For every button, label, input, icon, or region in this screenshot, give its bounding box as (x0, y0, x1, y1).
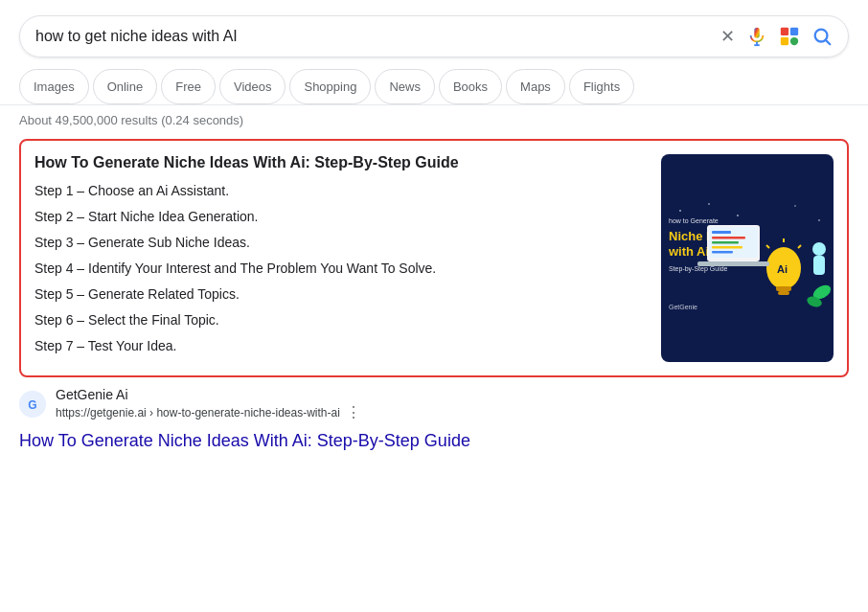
list-item: Step 4 – Identify Your Interest and The … (34, 259, 648, 279)
svg-rect-21 (778, 291, 789, 295)
snippet-steps-list: Step 1 – Choose an Ai Assistant. Step 2 … (34, 181, 648, 356)
svg-point-11 (708, 203, 710, 205)
featured-snippet: How To Generate Niche Ideas With Ai: Ste… (19, 139, 849, 377)
svg-rect-0 (754, 28, 760, 38)
search-bar-container: how to get niche ideas with AI ✕ (0, 0, 868, 69)
tab-images[interactable]: Images (19, 69, 89, 104)
search-button[interactable] (811, 26, 833, 47)
search-bar: how to get niche ideas with AI ✕ (19, 15, 849, 57)
svg-rect-29 (712, 237, 745, 239)
google-lens-icon[interactable] (779, 26, 800, 47)
results-count: About 49,500,000 results (0.24 seconds) (0, 105, 868, 133)
svg-text:Ai: Ai (777, 263, 788, 275)
svg-point-13 (794, 205, 796, 207)
list-item: Step 1 – Choose an Ai Assistant. (34, 181, 648, 201)
svg-rect-6 (790, 37, 798, 45)
tab-news[interactable]: News (375, 69, 435, 104)
svg-rect-35 (813, 256, 825, 275)
nav-tabs: Images Online Free Videos Shopping News … (0, 69, 868, 105)
svg-rect-30 (712, 241, 739, 244)
first-result: How To Generate Niche Ideas With Ai: Ste… (19, 431, 849, 451)
source-url: https://getgenie.ai › how-to-generate-ni… (56, 403, 361, 421)
first-result-link[interactable]: How To Generate Niche Ideas With Ai: Ste… (19, 431, 470, 450)
source-info: GetGenie Ai https://getgenie.ai › how-to… (56, 387, 361, 421)
svg-text:GetGenie: GetGenie (669, 304, 697, 310)
tab-books[interactable]: Books (439, 69, 502, 104)
svg-rect-33 (697, 261, 769, 266)
list-item: Step 6 – Select the Final Topic. (34, 310, 648, 330)
snippet-title: How To Generate Niche Ideas With Ai: Ste… (34, 154, 648, 171)
svg-point-12 (737, 215, 739, 216)
svg-text:how to Generate: how to Generate (669, 217, 719, 224)
svg-point-34 (812, 242, 826, 256)
list-item: Step 5 – Generate Related Topics. (34, 284, 648, 305)
svg-point-10 (679, 210, 681, 212)
tab-maps[interactable]: Maps (506, 69, 565, 104)
snippet-thumbnail: how to Generate Niche Ideas with Ai Step… (661, 154, 834, 362)
svg-rect-20 (776, 286, 791, 291)
svg-point-14 (818, 219, 820, 221)
svg-rect-3 (781, 28, 788, 35)
svg-line-8 (826, 40, 830, 44)
svg-rect-5 (781, 37, 788, 45)
tab-shopping[interactable]: Shopping (289, 69, 371, 104)
source-favicon: G (19, 391, 46, 418)
tab-flights[interactable]: Flights (569, 69, 634, 104)
more-options-icon[interactable]: ⋮ (346, 403, 361, 421)
tab-free[interactable]: Free (161, 69, 216, 104)
voice-search-icon[interactable] (746, 26, 767, 47)
svg-rect-28 (712, 231, 731, 234)
clear-icon[interactable]: ✕ (720, 26, 735, 47)
svg-rect-32 (712, 251, 733, 254)
list-item: Step 2 – Start Niche Idea Generation. (34, 207, 648, 227)
snippet-content: How To Generate Niche Ideas With Ai: Ste… (34, 154, 648, 362)
list-item: Step 7 – Test Your Idea. (34, 336, 648, 356)
svg-rect-4 (790, 28, 798, 35)
search-bar-icons: ✕ (720, 26, 833, 47)
svg-text:with Ai: with Ai (668, 244, 709, 259)
source-name: GetGenie Ai (56, 387, 361, 402)
svg-rect-31 (712, 246, 742, 249)
tab-online[interactable]: Online (93, 69, 158, 104)
svg-text:Step-by-Step Guide: Step-by-Step Guide (669, 265, 728, 273)
tab-videos[interactable]: Videos (219, 69, 286, 104)
search-query-text: how to get niche ideas with AI (35, 28, 711, 45)
svg-text:G: G (28, 398, 36, 412)
source-line: G GetGenie Ai https://getgenie.ai › how-… (19, 387, 849, 421)
list-item: Step 3 – Generate Sub Niche Ideas. (34, 233, 648, 253)
source-url-text: https://getgenie.ai › how-to-generate-ni… (56, 406, 340, 419)
